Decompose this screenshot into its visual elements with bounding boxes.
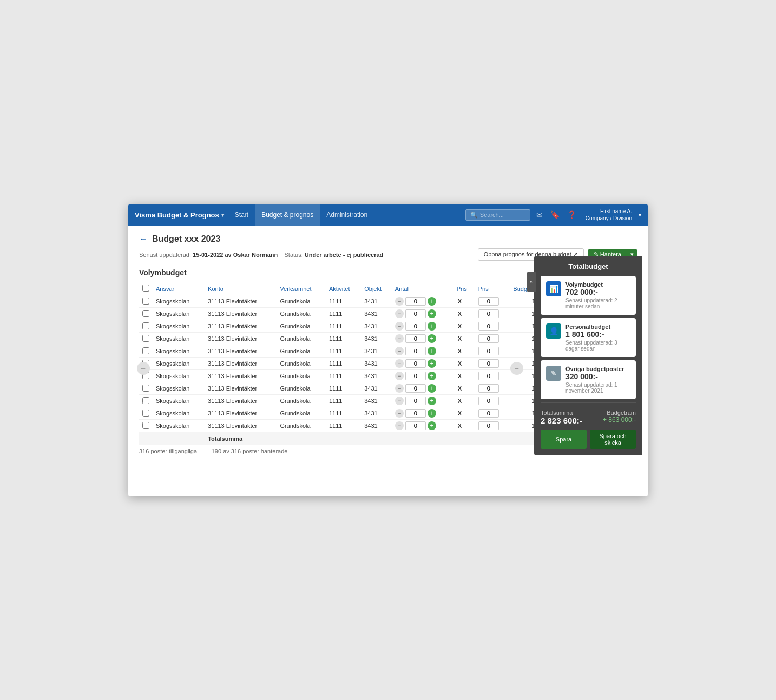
increase-button[interactable]: + <box>428 309 436 318</box>
decrease-button[interactable]: − <box>395 372 404 380</box>
decrease-button[interactable]: − <box>395 309 404 318</box>
antal-input[interactable] <box>405 347 426 355</box>
row-checkbox-3[interactable] <box>142 335 149 342</box>
price-input[interactable] <box>478 421 499 430</box>
brand-dropdown-arrow[interactable]: ▾ <box>221 212 224 218</box>
decrease-button[interactable]: − <box>395 421 404 430</box>
row-checkbox-0[interactable] <box>142 298 149 305</box>
increase-button[interactable]: + <box>428 397 436 405</box>
price-input[interactable] <box>478 309 499 318</box>
decrease-button[interactable]: − <box>395 347 404 355</box>
back-button[interactable]: ← <box>139 234 148 244</box>
remove-button[interactable]: X <box>457 335 463 342</box>
remove-button[interactable]: X <box>457 323 463 329</box>
antal-input[interactable] <box>405 397 426 405</box>
decrease-button[interactable]: − <box>395 297 404 306</box>
row-checkbox-1[interactable] <box>142 310 149 317</box>
increase-button[interactable]: + <box>428 347 436 355</box>
decrease-button[interactable]: − <box>395 384 404 393</box>
antal-input[interactable] <box>405 322 426 331</box>
antal-input[interactable] <box>405 409 426 418</box>
bookmark-icon[interactable]: 🔖 <box>549 210 561 219</box>
remove-button[interactable]: X <box>457 311 463 317</box>
panel-save-button[interactable]: Spara <box>541 430 587 449</box>
row-checkbox-7[interactable] <box>142 385 149 392</box>
decrease-button[interactable]: − <box>395 359 404 368</box>
panel-save-send-button[interactable]: Spara och skicka <box>590 430 636 449</box>
row-antal: − + <box>392 333 453 345</box>
increase-button[interactable]: + <box>428 359 436 368</box>
remove-button[interactable]: X <box>457 360 463 367</box>
brand[interactable]: Visma Budget & Prognos ▾ <box>135 211 224 219</box>
antal-input[interactable] <box>405 309 426 318</box>
antal-input[interactable] <box>405 359 426 368</box>
search-input[interactable] <box>480 212 529 218</box>
nav-budget-prognos[interactable]: Budget & prognos <box>255 204 320 226</box>
row-price <box>475 320 510 333</box>
panel-toggle-button[interactable]: » <box>527 272 536 292</box>
row-checkbox-4[interactable] <box>142 347 149 354</box>
price-input[interactable] <box>478 322 499 331</box>
antal-input[interactable] <box>405 421 426 430</box>
row-checkbox-10[interactable] <box>142 422 149 429</box>
increase-button[interactable]: + <box>428 384 436 393</box>
row-antal: − + <box>392 308 453 320</box>
price-input[interactable] <box>478 359 499 368</box>
increase-button[interactable]: + <box>428 334 436 343</box>
row-checkbox-9[interactable] <box>142 410 149 417</box>
price-input[interactable] <box>478 384 499 393</box>
increase-button[interactable]: + <box>428 421 436 430</box>
row-objekt: 3431 <box>361 370 392 382</box>
row-checkbox-8[interactable] <box>142 397 149 404</box>
remove-button[interactable]: X <box>457 373 463 379</box>
decrease-button[interactable]: − <box>395 409 404 418</box>
search-icon: 🔍 <box>470 212 478 219</box>
row-konto: 31113 Elevintäkter <box>205 395 277 407</box>
antal-input[interactable] <box>405 334 426 343</box>
row-ansvar: Skogsskolan <box>153 358 205 370</box>
price-input[interactable] <box>478 372 499 380</box>
personalbudget-card: 👤 Personalbudget 1 801 600:- Senast uppd… <box>541 318 636 357</box>
remove-button[interactable]: X <box>457 410 463 417</box>
row-objekt: 3431 <box>361 382 392 395</box>
search-box[interactable]: 🔍 <box>465 209 530 221</box>
increase-button[interactable]: + <box>428 322 436 331</box>
remove-button[interactable]: X <box>457 348 463 354</box>
price-input[interactable] <box>478 347 499 355</box>
increase-button[interactable]: + <box>428 409 436 418</box>
row-checkbox-2[interactable] <box>142 322 149 329</box>
price-input[interactable] <box>478 397 499 405</box>
nav-administration[interactable]: Administration <box>320 204 374 226</box>
increase-button[interactable]: + <box>428 372 436 380</box>
ovriga-meta: Senast uppdaterad: 1 november 2021 <box>565 382 630 394</box>
row-price <box>475 395 510 407</box>
increase-button[interactable]: + <box>428 297 436 306</box>
nav-start[interactable]: Start <box>228 204 255 226</box>
remove-button[interactable]: X <box>457 298 463 305</box>
row-antal: − + <box>392 320 453 333</box>
scroll-left-button[interactable]: ← <box>137 362 150 375</box>
price-input[interactable] <box>478 334 499 343</box>
decrease-button[interactable]: − <box>395 397 404 405</box>
antal-input[interactable] <box>405 372 426 380</box>
page-header: ← Budget xxx 2023 <box>139 234 637 244</box>
col-objekt: Objekt <box>361 282 392 295</box>
antal-input[interactable] <box>405 384 426 393</box>
row-ansvar: Skogsskolan <box>153 295 205 308</box>
remove-button[interactable]: X <box>457 398 463 404</box>
decrease-button[interactable]: − <box>395 322 404 331</box>
help-icon[interactable]: ❓ <box>565 210 578 219</box>
volymbudget-label: Volymbudget <box>565 281 630 288</box>
user-dropdown-arrow[interactable]: ▾ <box>639 212 641 218</box>
row-antal: − + <box>392 395 453 407</box>
scroll-right-button[interactable]: → <box>510 362 523 375</box>
remove-button[interactable]: X <box>457 385 463 392</box>
select-all-checkbox[interactable] <box>142 285 149 292</box>
price-input[interactable] <box>478 297 499 306</box>
price-input[interactable] <box>478 409 499 418</box>
mail-icon[interactable]: ✉ <box>535 210 544 219</box>
row-konto: 31113 Elevintäkter <box>205 295 277 308</box>
remove-button[interactable]: X <box>457 422 463 429</box>
antal-input[interactable] <box>405 297 426 306</box>
decrease-button[interactable]: − <box>395 334 404 343</box>
